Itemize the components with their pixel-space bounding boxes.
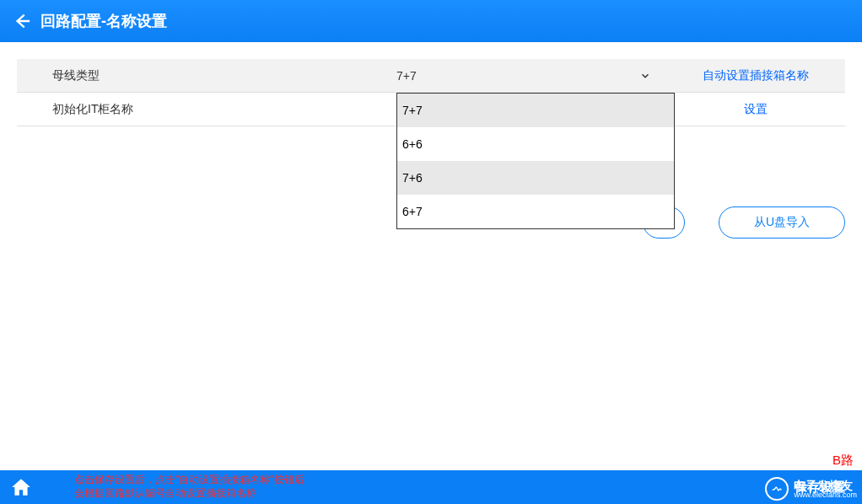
watermark-en: www.elecfans.com — [794, 491, 857, 499]
home-icon[interactable] — [10, 476, 32, 498]
bus-type-label: 母线类型 — [17, 68, 396, 83]
tip-line-1: 点击保存设置后，点击"自动设置插接箱名称"按钮后 — [74, 474, 304, 487]
watermark: 电子发烧友 www.elecfans.com — [765, 477, 857, 501]
bus-type-dropdown: 7+7 6+6 7+6 6+7 — [396, 93, 675, 229]
watermark-cn: 电子发烧友 — [794, 480, 857, 491]
dropdown-option[interactable]: 7+7 — [397, 94, 674, 127]
route-badge: B路 — [832, 453, 854, 469]
bus-type-selected-value: 7+7 — [396, 69, 417, 83]
content-area: 母线类型 7+7 自动设置插接箱名称 初始化IT柜名称 设置 7+7 6+6 7… — [0, 42, 862, 143]
init-it-cabinet-label: 初始化IT柜名称 — [17, 102, 396, 117]
import-usb-button[interactable]: 从U盘导入 — [719, 206, 845, 239]
dropdown-option[interactable]: 7+6 — [397, 161, 674, 195]
app-footer: 点击保存设置后，点击"自动设置插接箱名称"按钮后 会根据回路默认编号自动设置插接… — [0, 470, 862, 504]
tip-line-2: 会根据回路默认编号自动设置插接箱名称 — [74, 487, 304, 501]
settings-button[interactable]: 设置 — [666, 102, 845, 117]
footer-tip: 点击保存设置后，点击"自动设置插接箱名称"按钮后 会根据回路默认编号自动设置插接… — [74, 474, 304, 500]
back-arrow-icon[interactable] — [10, 9, 34, 33]
auto-set-box-name-button[interactable]: 自动设置插接箱名称 — [666, 68, 845, 83]
watermark-logo-icon — [765, 477, 789, 501]
page-title: 回路配置-名称设置 — [40, 11, 167, 31]
bus-type-select[interactable]: 7+7 — [396, 69, 666, 83]
app-header: 回路配置-名称设置 — [0, 0, 862, 42]
watermark-text: 电子发烧友 www.elecfans.com — [794, 480, 857, 499]
dropdown-option[interactable]: 6+6 — [397, 127, 674, 161]
dropdown-option[interactable]: 6+7 — [397, 195, 674, 228]
table-header-row: 母线类型 7+7 自动设置插接箱名称 — [17, 59, 845, 93]
chevron-down-icon — [639, 70, 651, 82]
